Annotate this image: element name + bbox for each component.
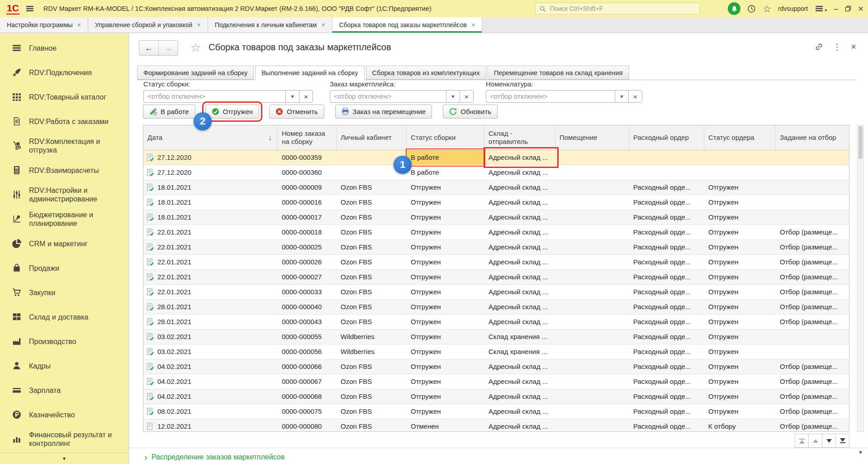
sidebar-item-10[interactable]: Закупки — [0, 280, 128, 305]
column-header-7[interactable]: Статус ордера — [704, 125, 776, 150]
dropdown-icon[interactable]: ▾ — [446, 91, 460, 102]
sidebar-more[interactable]: ▼ — [0, 453, 128, 464]
app-tab-3[interactable]: Сборка товаров под заказы маркетплейсов× — [332, 17, 483, 33]
forward-button[interactable]: → — [158, 41, 178, 55]
column-header-2[interactable]: Личный кабинет — [337, 125, 407, 150]
table-row-2[interactable]: 18.01.20210000-000009Ozon FBSОтгруженАдр… — [143, 180, 849, 195]
sidebar-item-8[interactable]: CRM и маркетинг — [0, 231, 128, 256]
sidebar-item-12[interactable]: Производство — [0, 329, 128, 354]
scroll-to-bottom-button[interactable] — [835, 434, 849, 448]
back-button[interactable]: ← — [139, 41, 158, 55]
table-row-15[interactable]: 04.02.20210000-000067Ozon FBSОтгруженАдр… — [143, 374, 849, 389]
restore-button[interactable] — [845, 5, 851, 12]
sidebar-item-3[interactable]: RDV:Работа с заказами — [0, 109, 128, 134]
toolbar-button-3[interactable]: Заказ на перемещение — [335, 105, 432, 119]
scroll-up-button[interactable] — [808, 434, 822, 448]
table-row-14[interactable]: 04.02.20210000-000066Ozon FBSОтгруженАдр… — [143, 359, 849, 374]
table-row-4[interactable]: 18.01.20210000-000017Ozon FBSОтгруженАдр… — [143, 210, 849, 225]
filter-input[interactable]: <отбор отключен>▾× — [143, 90, 313, 103]
main-menu-icon[interactable] — [25, 5, 34, 13]
sidebar-item-16[interactable]: Финансовый результат и контроллинг — [0, 427, 128, 451]
service-menu-icon[interactable]: ▾ — [815, 5, 827, 13]
sidebar-item-5[interactable]: RDV:Взаиморасчеты — [0, 158, 128, 182]
subtab-2[interactable]: Сборка товаров из комплектующих — [366, 66, 486, 80]
table-row-0[interactable]: 27.12.20200000-000359В работеАдресный ск… — [143, 150, 849, 165]
table-row-7[interactable]: 22.01.20210000-000026Ozon FBSОтгруженАдр… — [143, 255, 849, 270]
filter-value[interactable]: <отбор отключен> — [144, 91, 285, 102]
column-header-6[interactable]: Расходный ордер — [629, 125, 704, 150]
tab-close-icon[interactable]: × — [197, 21, 200, 29]
search-input[interactable] — [549, 5, 696, 13]
column-header-4[interactable]: Склад - отправитель — [484, 125, 555, 150]
history-icon[interactable] — [747, 5, 756, 13]
table-row-16[interactable]: 04.02.20210000-000068Ozon FBSОтгруженАдр… — [143, 389, 849, 404]
scroll-to-top-button[interactable] — [795, 434, 809, 448]
close-form-icon[interactable]: × — [851, 42, 856, 51]
subtab-1[interactable]: Выполнение заданий на сборку — [255, 66, 364, 80]
minimize-button[interactable]: – — [834, 5, 838, 13]
favorites-star-icon[interactable]: ☆ — [763, 4, 771, 14]
table-row-12[interactable]: 03.02.20210000-000055WildberriesОтгружен… — [143, 330, 849, 344]
toolbar-button-1[interactable]: Отгружен — [205, 105, 260, 119]
table-row-8[interactable]: 22.01.20210000-000027Ozon FBSОтгруженАдр… — [143, 270, 849, 285]
sidebar-item-6[interactable]: RDV:Настройки и администрирование — [0, 182, 128, 207]
add-favorite-star-icon[interactable]: ☆ — [190, 41, 201, 54]
close-window-button[interactable]: × — [858, 4, 863, 13]
clear-filter-icon[interactable]: × — [460, 91, 473, 102]
scroll-down-icon[interactable]: ▼ — [858, 450, 863, 455]
get-link-icon[interactable] — [815, 43, 823, 51]
sidebar-item-11[interactable]: Склад и доставка — [0, 305, 128, 329]
column-header-0[interactable]: Дата↓ — [143, 125, 278, 150]
user-name[interactable]: rdvsupport — [778, 5, 808, 12]
subtab-0[interactable]: Формирование заданий на сборку — [137, 66, 254, 80]
clear-filter-icon[interactable]: × — [299, 91, 313, 102]
column-header-8[interactable]: Задание на отбор — [776, 125, 849, 150]
table-row-17[interactable]: 08.02.20210000-000075Ozon FBSОтгруженАдр… — [143, 404, 849, 419]
table-row-9[interactable]: 22.01.20210000-000033Ozon FBSОтгруженАдр… — [143, 285, 849, 300]
sidebar-item-15[interactable]: Казначейство — [0, 402, 128, 427]
tab-close-icon[interactable]: × — [321, 21, 325, 29]
filter-value[interactable]: <отбор отключен> — [330, 91, 446, 102]
sidebar-item-7[interactable]: Бюджетирование и планирование — [0, 207, 128, 231]
table-row-11[interactable]: 28.01.20210000-000043Ozon FBSОтгруженАдр… — [143, 315, 849, 330]
sidebar-item-9[interactable]: Продажи — [0, 256, 128, 280]
toolbar-button-4[interactable]: Обновить — [443, 105, 498, 119]
column-header-3[interactable]: Статус сборки — [407, 125, 484, 150]
subtab-3[interactable]: Перемещение товаров на склад хранения — [488, 66, 629, 80]
notifications-button[interactable] — [728, 2, 740, 15]
table-row-3[interactable]: 18.01.20210000-000016Ozon FBSОтгруженАдр… — [143, 195, 849, 210]
filter-input[interactable]: <отбор отключен>▾× — [330, 90, 474, 103]
table-row-18[interactable]: 12.02.20210000-000080Ozon FBSОтмененАдре… — [143, 419, 849, 432]
clear-filter-icon[interactable]: × — [628, 91, 642, 102]
scroll-down-button[interactable] — [822, 434, 836, 448]
app-tab-1[interactable]: Управление сборкой и упаковкой× — [88, 17, 208, 33]
table-row-6[interactable]: 22.01.20210000-000025Ozon FBSОтгруженАдр… — [143, 240, 849, 255]
tab-close-icon[interactable]: × — [471, 21, 475, 29]
sidebar-item-14[interactable]: Зарплата — [0, 378, 128, 402]
table-row-10[interactable]: 28.01.20210000-000040Ozon FBSОтгруженАдр… — [143, 300, 849, 315]
app-tab-2[interactable]: Подключения к личным кабинетам× — [208, 17, 332, 33]
vertical-scrollbar[interactable] — [857, 125, 864, 432]
column-header-1[interactable]: Номер заказа на сборку — [278, 125, 337, 150]
tab-close-icon[interactable]: × — [77, 21, 81, 29]
column-header-5[interactable]: Помещение — [555, 125, 629, 150]
sidebar-item-13[interactable]: Кадры — [0, 354, 128, 378]
filter-value[interactable]: <отбор отключен> — [486, 91, 615, 102]
toolbar-button-2[interactable]: Отменить — [269, 105, 324, 119]
table-row-5[interactable]: 22.01.20210000-000018Ozon FBSОтгруженАдр… — [143, 225, 849, 240]
dropdown-icon[interactable]: ▾ — [615, 91, 628, 102]
table-row-1[interactable]: 27.12.20200000-000360В работеАдресный ск… — [143, 165, 849, 180]
filter-input[interactable]: <отбор отключен>▾× — [486, 90, 642, 103]
app-tab-0[interactable]: Настройки программы× — [0, 17, 88, 33]
scrollbar-thumb[interactable] — [859, 126, 863, 159]
sidebar-item-4[interactable]: RDV:Комплектация и отгрузка — [0, 134, 128, 158]
toolbar-button-0[interactable]: В работе — [143, 105, 195, 119]
sidebar-item-0[interactable]: Главное — [0, 36, 128, 60]
table-row-13[interactable]: 03.02.20210000-000056WildberriesОтгружен… — [143, 344, 849, 359]
sidebar-item-2[interactable]: RDV:Товарный каталог — [0, 85, 128, 109]
distribution-link[interactable]: › Распределение заказов маркетплейсов — [144, 453, 285, 462]
more-actions-icon[interactable]: ⋮ — [833, 43, 841, 51]
global-search[interactable] — [535, 3, 700, 14]
dropdown-icon[interactable]: ▾ — [285, 91, 299, 102]
sidebar-item-1[interactable]: RDV:Подключения — [0, 60, 128, 85]
